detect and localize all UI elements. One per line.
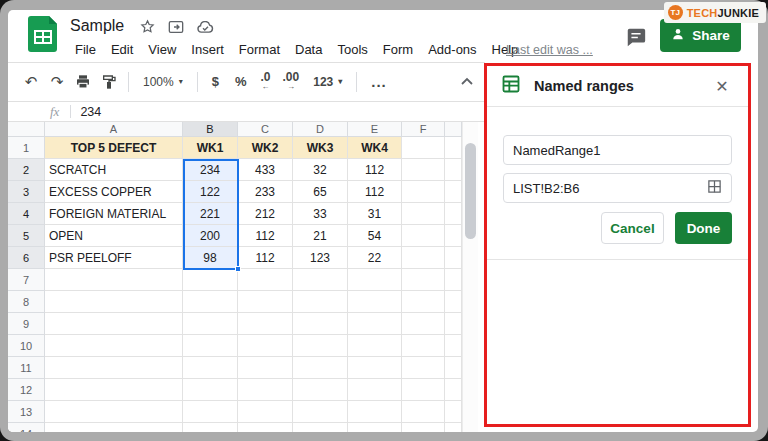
column-header[interactable]: A (45, 122, 183, 137)
format-percent-button[interactable]: % (227, 74, 255, 89)
cell[interactable] (445, 137, 462, 159)
cell[interactable] (402, 401, 445, 423)
cell[interactable] (238, 313, 293, 335)
document-title[interactable]: Sample (70, 17, 124, 35)
vertical-scrollbar-thumb[interactable] (465, 143, 476, 239)
cell[interactable] (402, 291, 445, 313)
row-header[interactable]: 7 (8, 269, 45, 291)
cell[interactable] (402, 181, 445, 203)
cell[interactable]: 112 (238, 225, 293, 247)
google-sheets-logo-icon[interactable] (28, 15, 58, 57)
cancel-button[interactable]: Cancel (601, 212, 664, 244)
column-header[interactable]: D (293, 122, 348, 137)
cell[interactable] (183, 379, 238, 401)
row-header[interactable]: 2 (8, 159, 45, 181)
cell[interactable] (293, 291, 348, 313)
cell[interactable]: 112 (238, 247, 293, 269)
row-header[interactable]: 10 (8, 335, 45, 357)
cell[interactable]: FOREIGN MATERIAL (45, 203, 183, 225)
cell[interactable]: 22 (348, 247, 402, 269)
cell[interactable] (445, 269, 462, 291)
cell[interactable] (293, 423, 348, 432)
cell[interactable] (238, 423, 293, 432)
last-edit-link[interactable]: Last edit was ... (506, 43, 593, 57)
format-currency-button[interactable]: $ (204, 74, 227, 89)
more-toolbar-items-button[interactable]: ... (363, 73, 395, 90)
cell[interactable] (402, 423, 445, 432)
menu-item[interactable]: Insert (184, 40, 231, 59)
cell[interactable] (402, 225, 445, 247)
cell[interactable]: 233 (238, 181, 293, 203)
decrease-decimal-button[interactable]: .0← (255, 73, 277, 91)
comment-icon[interactable] (625, 26, 647, 52)
cell[interactable]: 32 (293, 159, 348, 181)
cell[interactable]: WK3 (293, 137, 348, 159)
done-button[interactable]: Done (675, 212, 732, 244)
close-icon[interactable]: ✕ (710, 74, 734, 98)
move-to-folder-icon[interactable] (168, 20, 184, 38)
cell[interactable] (445, 159, 462, 181)
menu-item[interactable]: Tools (330, 40, 374, 59)
row-header[interactable]: 8 (8, 291, 45, 313)
row-header[interactable]: 1 (8, 137, 45, 159)
cell[interactable]: 31 (348, 203, 402, 225)
menu-item[interactable]: Data (288, 40, 329, 59)
cell[interactable] (348, 379, 402, 401)
cell[interactable] (445, 313, 462, 335)
cell[interactable]: OPEN (45, 225, 183, 247)
cell[interactable] (402, 379, 445, 401)
cell[interactable] (183, 291, 238, 313)
menu-item[interactable]: File (68, 40, 103, 59)
undo-icon[interactable]: ↶ (18, 69, 44, 95)
cell[interactable] (45, 401, 183, 423)
cell[interactable] (238, 357, 293, 379)
select-all-corner[interactable] (8, 122, 45, 137)
cell[interactable] (293, 357, 348, 379)
cell[interactable] (348, 401, 402, 423)
cell[interactable] (183, 313, 238, 335)
cell[interactable] (238, 291, 293, 313)
hide-menus-button[interactable] (456, 70, 478, 92)
menu-item[interactable]: Form (376, 40, 420, 59)
cell[interactable] (402, 203, 445, 225)
column-header[interactable]: B (183, 122, 238, 137)
cell[interactable] (183, 423, 238, 432)
increase-decimal-button[interactable]: .00→ (277, 73, 306, 91)
cell[interactable]: TOP 5 DEFECT (45, 137, 183, 159)
star-icon[interactable] (140, 19, 155, 38)
cell[interactable] (445, 379, 462, 401)
cell[interactable] (45, 313, 183, 335)
cell[interactable] (445, 247, 462, 269)
cell[interactable] (445, 335, 462, 357)
formula-bar[interactable]: fx 234 (8, 101, 485, 122)
row-header[interactable]: 14 (8, 423, 45, 432)
cell[interactable] (238, 401, 293, 423)
menu-item[interactable]: View (141, 40, 183, 59)
cell[interactable] (402, 357, 445, 379)
row-header[interactable]: 11 (8, 357, 45, 379)
cell[interactable] (183, 335, 238, 357)
cell[interactable] (445, 401, 462, 423)
cell[interactable] (293, 313, 348, 335)
cell[interactable] (402, 313, 445, 335)
cell[interactable]: EXCESS COPPER (45, 181, 183, 203)
cell[interactable]: 212 (238, 203, 293, 225)
cell[interactable] (348, 269, 402, 291)
range-name-input[interactable]: NamedRange1 (503, 135, 732, 165)
cell[interactable] (238, 379, 293, 401)
cell[interactable] (45, 379, 183, 401)
print-icon[interactable] (70, 69, 96, 95)
menu-item[interactable]: Format (232, 40, 287, 59)
cell[interactable]: WK1 (183, 137, 238, 159)
cell[interactable]: 123 (293, 247, 348, 269)
cell[interactable] (445, 181, 462, 203)
row-header[interactable]: 3 (8, 181, 45, 203)
cell[interactable] (183, 401, 238, 423)
cell[interactable] (445, 225, 462, 247)
cell[interactable] (348, 423, 402, 432)
cell[interactable] (238, 335, 293, 357)
cell[interactable] (183, 269, 238, 291)
cell[interactable]: WK2 (238, 137, 293, 159)
selection-outline[interactable] (183, 159, 239, 270)
cell[interactable]: 54 (348, 225, 402, 247)
